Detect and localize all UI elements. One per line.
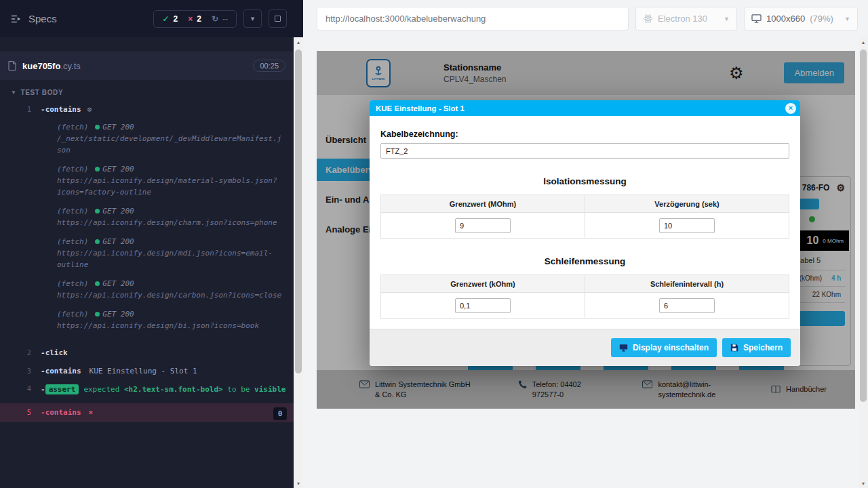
isolation-section-title: Isolationsmessung — [380, 176, 789, 186]
test-stats: ✓2 ×2 ↻-- — [153, 10, 237, 28]
status-dot-icon — [95, 312, 100, 317]
test-body-toggle[interactable]: ▼ TEST BODY — [0, 80, 294, 101]
fetch-url: https://api.iconify.design/material-symb… — [57, 176, 277, 197]
assert-expected: expected — [83, 385, 119, 394]
spec-duration: 00:25 — [253, 60, 285, 72]
scrollbar-cap — [294, 0, 303, 37]
fetch-entry[interactable]: (fetch)GET 200 https://api.iconify.desig… — [57, 163, 284, 198]
spec-row[interactable]: kue705fo.cy.ts 00:25 — [0, 52, 294, 80]
isolation-table: Grenzwert (MOhm) Verzögerung (sek) — [380, 195, 789, 239]
electron-icon — [643, 14, 653, 24]
modal-title: KUE Einstellung - Slot 1 — [376, 104, 465, 113]
fetch-prefix: (fetch) — [57, 123, 88, 131]
iso-grenzwert-input[interactable] — [455, 218, 511, 233]
loop-intervall-input[interactable] — [659, 298, 715, 313]
scroll-down-icon[interactable]: ▼ — [859, 479, 868, 488]
fetch-url: https://api.iconify.design/carbon.json?i… — [57, 291, 281, 300]
command-number: 1 — [14, 104, 31, 115]
chevron-down-icon: ▼ — [844, 16, 850, 22]
refresh-icon: ↻ — [212, 14, 218, 24]
fetch-status: GET 200 — [102, 123, 134, 131]
fetch-status: GET 200 — [102, 165, 134, 174]
scroll-up-icon[interactable]: ▲ — [859, 37, 868, 47]
fetch-entry[interactable]: (fetch)GET 200 https://api.iconify.desig… — [57, 236, 284, 270]
command-name: contains — [41, 367, 81, 375]
specs-label[interactable]: Specs — [28, 13, 57, 24]
iso-col-verzoegerung: Verzögerung (sek) — [585, 195, 789, 213]
modal-body: Kabelbezeichnung: Isolationsmessung Gren… — [370, 116, 800, 329]
loop-col-grenzwert: Grenzwert (kOhm) — [381, 275, 585, 293]
x-icon: × — [188, 14, 193, 24]
command-log: 1 contains⚙ (fetch)GET 200 /_next/static… — [0, 101, 294, 422]
fetch-status: GET 200 — [102, 310, 134, 319]
browser-selector[interactable]: Electron 130 ▼ — [635, 7, 737, 30]
command-name: contains — [41, 408, 81, 417]
fetch-entry[interactable]: (fetch)GET 200 https://api.iconify.desig… — [57, 278, 284, 301]
assert-to-be: to be — [227, 385, 250, 394]
viewport-zoom: (79%) — [810, 14, 833, 24]
stop-button[interactable] — [269, 9, 287, 28]
fetch-prefix: (fetch) — [57, 207, 88, 216]
aut-topbar: Electron 130 ▼ 1000x660 (79%) ▼ — [303, 0, 859, 37]
pending-count: -- — [222, 14, 228, 24]
scroll-up-icon[interactable]: ▲ — [294, 37, 303, 47]
url-bar — [317, 7, 629, 30]
loop-grenzwert-input[interactable] — [455, 298, 511, 313]
assert-badge: assert — [45, 384, 79, 394]
display-on-button[interactable]: Display einschalten — [611, 338, 717, 357]
fetch-prefix: (fetch) — [57, 310, 88, 319]
status-dot-icon — [95, 239, 100, 244]
command-row[interactable]: 1 contains⚙ — [0, 101, 294, 119]
save-label: Speichern — [743, 343, 783, 352]
sidebar-scrollbar[interactable]: ▲ ▼ — [294, 37, 303, 488]
loop-section-title: Schleifenmessung — [380, 256, 789, 266]
save-button[interactable]: Speichern — [722, 338, 791, 357]
collapse-runs-button[interactable]: ▾ — [243, 9, 262, 28]
command-row[interactable]: 3 containsKUE Einstellung - Slot 1 — [0, 363, 294, 381]
gear-icon: ⚙ — [87, 105, 92, 114]
main-area: Electron 130 ▼ 1000x660 (79%) ▼ LITTWIN — [303, 0, 859, 488]
fetch-url: https://api.iconify.design/charm.json?ic… — [57, 218, 277, 227]
command-name: contains — [41, 105, 81, 114]
command-row-assert[interactable]: 4 assertexpected <h2.text-sm.font-bold> … — [0, 380, 294, 400]
fetch-prefix: (fetch) — [57, 165, 88, 174]
aut-frame: LITTWIN Stationsname CPLV4_Maschen ⚙ Abm… — [317, 51, 855, 409]
fetch-entry[interactable]: (fetch)GET 200 https://api.iconify.desig… — [57, 308, 284, 331]
fetch-entry[interactable]: (fetch)GET 200 https://api.iconify.desig… — [57, 205, 284, 228]
save-floppy-icon — [730, 344, 738, 352]
scroll-down-icon[interactable]: ▼ — [294, 479, 303, 488]
kue-settings-modal: KUE Einstellung - Slot 1 × Kabelbezeichn… — [370, 100, 800, 366]
stat-pending[interactable]: ↻-- — [212, 14, 228, 24]
page-scrollbar[interactable]: ▲ ▼ — [859, 37, 868, 488]
test-body-label: TEST BODY — [21, 89, 64, 96]
scrollbar-thumb[interactable] — [860, 49, 867, 402]
viewport-selector[interactable]: 1000x660 (79%) ▼ — [744, 7, 858, 30]
file-icon — [8, 61, 16, 70]
command-number: 3 — [14, 366, 31, 377]
fetch-prefix: (fetch) — [57, 237, 88, 246]
scrollbar-thumb[interactable] — [295, 49, 302, 373]
command-number: 4 — [14, 384, 31, 394]
assert-state: visible — [254, 385, 285, 394]
iso-col-grenzwert: Grenzwert (MOhm) — [381, 195, 585, 213]
fetch-url: /_next/static/development/_devMiddleware… — [57, 134, 281, 155]
url-input[interactable] — [326, 14, 620, 24]
reporter-header: Specs ✓2 ×2 ↻-- ▾ — [0, 0, 294, 37]
stat-passed[interactable]: ✓2 — [162, 14, 178, 24]
command-name: click — [41, 348, 68, 357]
cable-designation-label: Kabelbezeichnung: — [380, 129, 789, 139]
loop-table: Grenzwert (kOhm) Schleifenintervall (h) — [380, 274, 789, 319]
stat-failed[interactable]: ×2 — [188, 14, 201, 24]
close-icon[interactable]: × — [785, 103, 796, 114]
status-dot-icon — [95, 209, 100, 214]
command-row-failed[interactable]: 5 contains× 0 — [0, 403, 294, 423]
command-row[interactable]: 2 click — [0, 344, 294, 363]
specs-menu-icon[interactable] — [11, 14, 22, 24]
cable-designation-input[interactable] — [380, 143, 789, 159]
status-dot-icon — [95, 281, 100, 286]
chevron-down-icon: ▾ — [251, 14, 255, 23]
iso-verzoegerung-input[interactable] — [659, 218, 715, 233]
monitor-icon — [751, 14, 762, 23]
failed-count: 2 — [197, 14, 201, 24]
fetch-entry[interactable]: (fetch)GET 200 /_next/static/development… — [57, 121, 284, 156]
